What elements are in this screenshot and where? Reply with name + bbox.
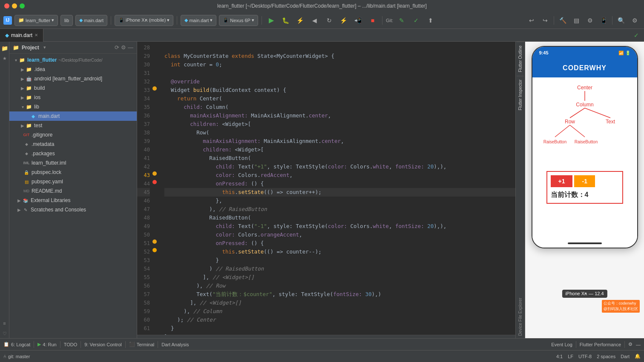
search-everywhere-button[interactable]: 🔍 bbox=[615, 14, 627, 26]
sidebar-item-build[interactable]: ▶ 📁 build bbox=[9, 83, 137, 93]
sidebar-item-root[interactable]: ▾ 📁 learn_flutter ~/Desktop/FlutterCode/ bbox=[9, 55, 137, 65]
run-todo-item[interactable]: TODO bbox=[64, 342, 78, 347]
run-file-selector[interactable]: ◆ main.dart ▾ bbox=[181, 15, 216, 26]
sidebar-item-iml[interactable]: IML learn_flutter.iml bbox=[9, 158, 137, 168]
sidebar-item-idea[interactable]: ▶ 📁 .idea bbox=[9, 65, 137, 74]
editor-area: 28 29 30 31 32 33 34 35 36 37 38 39 40 4… bbox=[137, 42, 515, 338]
wifi-icon: 📶 bbox=[618, 51, 624, 55]
code-line-37: children: <Widget>[ bbox=[164, 120, 515, 128]
favorites-bottom-icon[interactable]: ♡ bbox=[0, 329, 9, 338]
sidebar-item-gitignore[interactable]: GIT .gitignore bbox=[9, 130, 137, 140]
sidebar-item-ios[interactable]: ▶ 📁 ios bbox=[9, 93, 137, 102]
maximize-button[interactable] bbox=[20, 3, 25, 9]
avd-manager-button[interactable]: 📱 bbox=[598, 14, 610, 26]
status-encoding[interactable]: UTF-8 bbox=[578, 353, 592, 359]
code-line-31 bbox=[164, 69, 515, 77]
sidebar-item-lib[interactable]: ▾ 📁 lib bbox=[9, 102, 137, 111]
device-file-explorer-label[interactable]: Device File Explorer bbox=[517, 295, 524, 338]
event-log-item[interactable]: Event Log bbox=[551, 342, 572, 347]
sidebar-item-readme[interactable]: MD README.md bbox=[9, 186, 137, 196]
run-run-item[interactable]: ▶ 4: Run bbox=[37, 342, 56, 347]
horizontal-scrollbar[interactable] bbox=[137, 335, 515, 338]
run-dart-analysis-item[interactable]: Dart Analysis bbox=[161, 342, 189, 347]
collapse-btn-bottom[interactable]: — bbox=[636, 342, 641, 347]
project-structure-button[interactable]: ▤ bbox=[570, 14, 582, 26]
reload-button[interactable]: ↻ bbox=[323, 14, 335, 26]
file-selector[interactable]: ◆ main.dart bbox=[75, 15, 107, 26]
battery-icon: 🔋 bbox=[625, 51, 630, 55]
sidebar-item-scratches[interactable]: ▶ ✎ Scratches and Consoles bbox=[9, 205, 137, 214]
sdk-manager-button[interactable]: ⚙ bbox=[584, 14, 596, 26]
run-vcs-item[interactable]: 9: Version Control bbox=[84, 342, 121, 347]
git-check-icon[interactable]: ✓ bbox=[410, 14, 422, 26]
status-language[interactable]: Dart bbox=[621, 353, 630, 359]
run-logcat-item[interactable]: 📋 6: Logcat bbox=[3, 342, 30, 347]
code-line-32: @override bbox=[164, 77, 515, 86]
sidebar-item-main-dart[interactable]: ◆ main.dart bbox=[9, 111, 137, 121]
sidebar-item-packages[interactable]: ◆ .packages bbox=[9, 149, 137, 158]
device-selector[interactable]: 📱 iPhone Xʀ (mobile) ▾ bbox=[115, 15, 173, 26]
emulator-selector[interactable]: 📱 Nexus 6P ▾ bbox=[219, 15, 258, 26]
cog-icon[interactable]: ⚙ bbox=[121, 44, 126, 51]
project-panel-icon[interactable]: 📁 bbox=[0, 43, 9, 53]
minimize-button[interactable] bbox=[12, 3, 17, 9]
sidebar-title: Project bbox=[22, 45, 39, 51]
build-button[interactable]: 🔨 bbox=[557, 14, 569, 26]
run-button[interactable]: ▶ bbox=[265, 14, 277, 26]
profile-button[interactable]: ◀ bbox=[309, 14, 321, 26]
run-icon: ▶ bbox=[37, 342, 41, 347]
sidebar-item-android[interactable]: ▶ 🤖 android [learn_flutter_android] bbox=[9, 74, 137, 83]
code-line-47: ), // RaisedButton bbox=[164, 205, 515, 214]
sidebar-item-pubspec-lock[interactable]: 🔒 pubspec.lock bbox=[9, 168, 137, 177]
flash-button[interactable]: ⚡ bbox=[338, 14, 350, 26]
structure-icon[interactable]: ≡ bbox=[0, 319, 9, 328]
code-line-41: RaisedButton( bbox=[164, 154, 515, 162]
favorites-icon[interactable]: ★ bbox=[0, 54, 9, 63]
widget-tree-container: Center Column Row Text bbox=[537, 82, 633, 167]
arrow-icon-scratch: ▶ bbox=[16, 208, 22, 212]
stop-button[interactable]: ■ bbox=[367, 14, 379, 26]
redo-button[interactable]: ↪ bbox=[539, 14, 551, 26]
git-commit-icon[interactable]: ✎ bbox=[396, 14, 408, 26]
lib-selector[interactable]: lib bbox=[60, 15, 73, 26]
device-button[interactable]: 📲 bbox=[352, 14, 364, 26]
sidebar-item-test[interactable]: ▶ 📁 test bbox=[9, 121, 137, 130]
sidebar-item-pubspec-yaml[interactable]: ▤ pubspec.yaml bbox=[9, 177, 137, 186]
lock-icon: 🔒 bbox=[23, 169, 30, 176]
sidebar-item-external-libs[interactable]: ▶ 📚 External Libraries bbox=[9, 196, 137, 205]
code-line-40: children: <Widget>[ bbox=[164, 145, 515, 154]
hide-icon[interactable]: — bbox=[128, 44, 133, 51]
sidebar-item-metadata[interactable]: ◆ .metadata bbox=[9, 140, 137, 149]
chevron-down-icon-3: ▾ bbox=[210, 17, 213, 23]
external-libs-icon: 📚 bbox=[22, 197, 29, 204]
status-notifications[interactable]: 🔔 bbox=[635, 353, 641, 359]
tab-main-dart[interactable]: ◆ main.dart ✕ bbox=[0, 29, 43, 42]
debug-button[interactable]: 🐛 bbox=[280, 14, 292, 26]
undo-button[interactable]: ↩ bbox=[526, 14, 538, 26]
settings-btn-bottom[interactable]: ⚙ bbox=[628, 342, 632, 347]
status-position[interactable]: 4:1 bbox=[556, 353, 563, 359]
divider-4 bbox=[382, 16, 382, 25]
tab-close-icon[interactable]: ✕ bbox=[34, 33, 38, 37]
run-terminal-item[interactable]: ⬛ Terminal bbox=[129, 342, 155, 347]
tab-bar: ◆ main.dart ✕ ✓ bbox=[0, 29, 644, 42]
plus-button[interactable]: +1 bbox=[551, 175, 573, 187]
code-editor[interactable]: class MyCounterState extends State<MyCou… bbox=[161, 42, 515, 335]
git-push-icon[interactable]: ⬆ bbox=[425, 14, 437, 26]
code-container[interactable]: 28 29 30 31 32 33 34 35 36 37 38 39 40 4… bbox=[137, 42, 515, 335]
close-button[interactable] bbox=[4, 3, 9, 9]
flutter-performance-item[interactable]: Flutter Performance bbox=[580, 342, 621, 347]
android-icon: 🤖 bbox=[26, 75, 32, 82]
project-selector[interactable]: 📁 learn_flutter ▾ bbox=[14, 15, 58, 26]
sync-icon[interactable]: ⟳ bbox=[115, 44, 119, 51]
status-line-ending[interactable]: LF bbox=[568, 353, 573, 359]
coverage-button[interactable]: ⚡ bbox=[294, 14, 306, 26]
flutter-inspector-label[interactable]: Flutter Inspector bbox=[517, 76, 524, 114]
minus-button[interactable]: -1 bbox=[574, 175, 595, 187]
flutter-outline-label[interactable]: Flutter Outline bbox=[517, 42, 524, 76]
settings-button[interactable]: ⚙ bbox=[629, 14, 641, 26]
status-git[interactable]: ⑃ git: master bbox=[3, 354, 30, 359]
window-controls[interactable] bbox=[4, 3, 25, 9]
status-indent[interactable]: 2 spaces bbox=[597, 353, 615, 359]
code-line-49: child: Text("-1", style: TextStyle(color… bbox=[164, 222, 515, 231]
